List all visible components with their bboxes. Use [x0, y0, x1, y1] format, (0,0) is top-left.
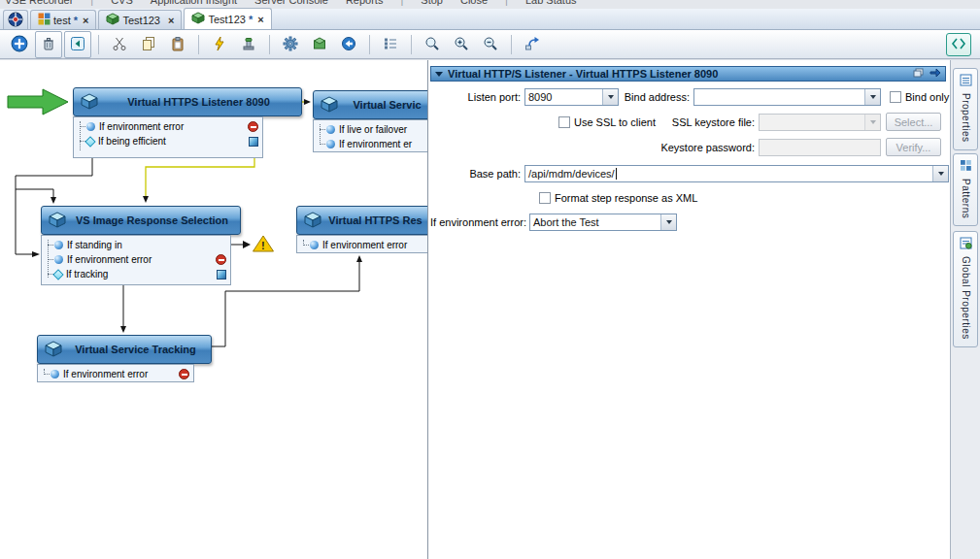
tab-test[interactable]: test * × [30, 10, 96, 29]
node-title: Virtual Service Tracking [67, 344, 204, 355]
copy-button[interactable] [135, 31, 162, 58]
deploy-button[interactable] [335, 31, 362, 58]
dock-tab-global-properties[interactable]: Global Properties [953, 231, 978, 347]
dropdown-arrow-icon[interactable] [932, 166, 948, 181]
execute-button[interactable] [206, 31, 233, 58]
assertion-label: If environment error [322, 240, 407, 250]
assertion-row[interactable]: If environment error [74, 119, 262, 134]
dock-tab-label: Patterns [961, 179, 971, 218]
menu-item-application-insight[interactable]: Application Insight [151, 0, 237, 6]
assertion-row[interactable]: If being efficient [74, 134, 262, 148]
navigate-back-button[interactable] [64, 31, 91, 58]
menu-item-cvs[interactable]: CVS [111, 0, 133, 6]
tab-test123-1[interactable]: Test123 × [98, 10, 182, 29]
select-button[interactable]: Select... [886, 113, 941, 131]
tab-test123-2-selected[interactable]: Test123 * × [184, 8, 271, 29]
open-in-window-icon[interactable] [929, 68, 941, 80]
package-icon [312, 36, 327, 53]
dropdown-arrow-icon[interactable] [660, 214, 676, 230]
stamp-button[interactable] [235, 31, 262, 58]
menu-item-close[interactable]: Close [460, 0, 488, 6]
node-assertion-list: If environment error [37, 364, 194, 382]
close-tab-icon[interactable]: × [257, 14, 263, 25]
node-vs-image-response-selection[interactable]: VS Image Response Selection [41, 206, 241, 235]
cut-button[interactable] [106, 31, 133, 58]
modified-marker: * [74, 15, 78, 26]
modified-marker: * [249, 14, 253, 25]
base-path-combo[interactable]: /api/mdm/devices/ [524, 165, 949, 182]
settings-button[interactable] [277, 31, 304, 58]
package-button[interactable] [306, 31, 333, 58]
lightning-icon [212, 36, 227, 53]
toolbar-separator [411, 35, 412, 54]
delete-button[interactable] [35, 31, 62, 58]
assertion-sphere-icon [326, 125, 335, 134]
close-tab-icon[interactable]: × [168, 15, 174, 26]
svg-text:!: ! [261, 240, 265, 251]
menu-item-lab-status[interactable]: Lab Status [525, 0, 577, 6]
bind-only-label: Bind only [905, 88, 949, 106]
dock-tab-properties[interactable]: Properties [953, 68, 978, 150]
dock-tab-label: Properties [961, 93, 971, 143]
menu-item-reports[interactable]: Reports [346, 0, 384, 6]
assertion-row[interactable]: If environment error [38, 367, 193, 381]
assertion-row[interactable]: If environment error [297, 238, 428, 252]
node-virtual-https-listener[interactable]: Virtual HTTPS Listener 8090 [73, 87, 302, 116]
dropdown-arrow-icon[interactable] [864, 89, 880, 105]
warning-icon: ! [253, 236, 274, 251]
use-ssl-checkbox[interactable] [558, 116, 570, 128]
goto-step-cube-icon [249, 137, 258, 147]
bind-only-checkbox[interactable] [890, 91, 901, 103]
if-environment-error-combo[interactable]: Abort the Test [529, 214, 677, 231]
menu-item-stop[interactable]: Stop [421, 0, 443, 6]
add-button[interactable] [6, 31, 33, 58]
zoom-reset-button[interactable] [419, 31, 446, 58]
if-environment-error-label: If environment error: [430, 214, 526, 231]
assertion-row[interactable]: If live or failover [314, 122, 428, 137]
verify-button[interactable]: Verify... [886, 138, 941, 156]
toolbar-separator [511, 35, 512, 54]
assertion-row[interactable]: If environment er [314, 137, 428, 151]
model-canvas[interactable]: ! Virtual HTTPS Listener 8090 If environ… [0, 60, 428, 559]
abort-icon [179, 369, 189, 379]
model-cube-icon [191, 12, 205, 26]
step-list-icon [383, 36, 398, 53]
zoom-in-button[interactable] [448, 31, 475, 58]
step-cube-icon [321, 96, 338, 115]
assertion-row[interactable]: If environment error [42, 252, 230, 267]
zoom-out-button[interactable] [477, 31, 504, 58]
dock-tab-patterns[interactable]: Patterns [953, 153, 978, 226]
assertion-label: If environment error [63, 369, 148, 379]
keystore-password-label: Keystore password: [652, 139, 755, 156]
menu-item-server-console[interactable]: Server Console [254, 0, 328, 6]
assertion-row[interactable]: If tracking [42, 267, 230, 281]
collapse-triangle-icon[interactable] [435, 72, 443, 77]
if-environment-error-value: Abort the Test [533, 216, 599, 228]
node-title: Virtual HTTPS Res [326, 214, 424, 226]
bind-address-combo[interactable] [693, 88, 881, 106]
tab-home[interactable] [3, 10, 28, 29]
node-virtual-service-tracking[interactable]: Virtual Service Tracking [37, 335, 212, 364]
format-xml-checkbox[interactable] [539, 192, 551, 204]
add-icon [11, 35, 28, 54]
node-virtual-https-responder[interactable]: Virtual HTTPS Res [296, 206, 428, 235]
step-list-button[interactable] [377, 31, 404, 58]
float-panel-icon[interactable] [913, 68, 924, 80]
menu-divider: | [505, 0, 508, 6]
paste-icon [170, 36, 186, 53]
toolbar-separator [369, 35, 370, 54]
assertion-row[interactable]: If standing in [42, 238, 230, 252]
code-panel-toggle-button[interactable] [946, 33, 971, 56]
text-caret [616, 168, 617, 180]
menu-item-vse-recorder[interactable]: VSE Recorder [5, 0, 73, 6]
node-title: Virtual Servic [343, 99, 428, 111]
node-virtual-service[interactable]: Virtual Servic [313, 90, 428, 119]
close-tab-icon[interactable]: × [83, 15, 88, 26]
paste-button[interactable] [164, 31, 191, 58]
properties-panel: Virtual HTTP/S Listener - Virtual HTTPS … [428, 60, 950, 559]
toolbar-separator [98, 35, 99, 54]
start-arrow-icon [8, 89, 68, 115]
properties-panel-header[interactable]: Virtual HTTP/S Listener - Virtual HTTPS … [430, 66, 946, 82]
send-button[interactable] [519, 31, 546, 58]
menu-divider: | [90, 0, 93, 6]
